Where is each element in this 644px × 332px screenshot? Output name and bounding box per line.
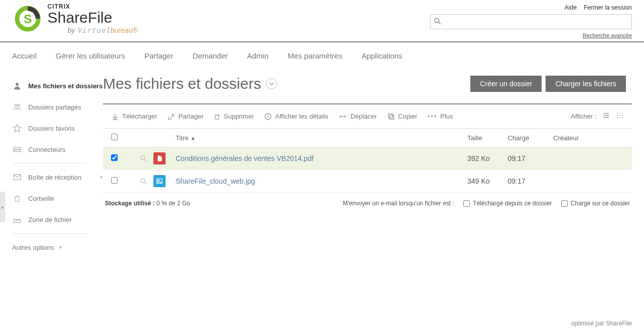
nav-settings[interactable]: Mes paramètres [288, 51, 342, 60]
sort-asc-icon: ▲ [191, 135, 196, 141]
svg-line-17 [171, 115, 174, 118]
logout-link[interactable]: Fermer la session [584, 4, 632, 11]
action-download[interactable]: Télécharger [111, 113, 157, 121]
notify-upload-checkbox[interactable] [561, 200, 568, 207]
preview-icon[interactable] [133, 177, 153, 185]
sidebar-item-trash[interactable]: Corbeille [12, 188, 103, 209]
preview-icon[interactable] [133, 154, 153, 162]
drive-icon [12, 145, 22, 154]
notify-label: M'envoyer un e-mail lorsqu'un fichier es… [343, 200, 454, 207]
nav-request[interactable]: Demander [192, 51, 228, 60]
table-row[interactable]: Conditions générales de ventes VB2014.pd… [103, 147, 632, 170]
action-delete[interactable]: Supprimer [213, 113, 254, 121]
action-copy[interactable]: Copier [387, 113, 417, 121]
notify-download-checkbox[interactable] [463, 200, 470, 207]
col-header-size[interactable]: Taille [467, 134, 508, 142]
svg-point-38 [141, 156, 145, 160]
advanced-search-link[interactable]: Recherche avancée [582, 32, 632, 38]
person-icon [12, 81, 22, 90]
action-share[interactable]: Partager [167, 113, 203, 121]
svg-point-29 [617, 113, 618, 114]
file-name[interactable]: ShareFile_cloud_web.jpg [176, 177, 467, 185]
svg-point-31 [621, 113, 623, 114]
star-icon [12, 124, 22, 133]
file-uploaded: 09:17 [508, 154, 553, 162]
title-dropdown-icon[interactable] [266, 78, 277, 89]
nav-share[interactable]: Partager [144, 51, 174, 60]
chevron-down-icon: ▾ [59, 244, 62, 251]
sidebar-item-favorites[interactable]: Dossiers favoris [12, 118, 103, 139]
svg-text:S: S [24, 12, 32, 26]
svg-point-37 [621, 117, 623, 119]
file-size: 349 Ko [467, 177, 508, 185]
svg-point-30 [619, 113, 621, 114]
sidebar-item-my-files[interactable]: Mes fichiers et dossiers [12, 75, 103, 96]
svg-rect-25 [388, 114, 392, 118]
table-header: Titre ▲ Taille Chargé Créateur [103, 129, 632, 147]
search-input[interactable] [430, 14, 632, 29]
svg-point-6 [18, 104, 20, 107]
sidebar-collapse-handle[interactable]: ▸ [0, 192, 5, 222]
nav-users[interactable]: Gérer les utilisateurs [56, 51, 125, 60]
sidebar-separator [12, 163, 88, 163]
notify-upload-option[interactable]: Chargé sur ce dossier [561, 200, 630, 207]
col-header-title[interactable]: Titre ▲ [176, 134, 467, 142]
trash-icon [12, 194, 22, 203]
create-folder-button[interactable]: Créer un dossier [470, 76, 542, 92]
svg-marker-7 [14, 125, 21, 132]
svg-rect-42 [157, 179, 163, 183]
action-details[interactable]: Afficher les détails [264, 113, 328, 121]
svg-line-3 [439, 22, 441, 24]
sidebar-item-inbox[interactable]: Boîte de réception ▾ [12, 167, 103, 188]
svg-point-33 [619, 115, 621, 117]
sharefile-logo-icon: S [12, 3, 43, 34]
image-file-icon [153, 175, 166, 187]
col-header-creator[interactable]: Créateur [553, 134, 624, 142]
storage-used: Stockage utilisé : 0 % de 2 Go [105, 200, 190, 207]
main-nav: Accueil Gérer les utilisateurs Partager … [0, 42, 644, 67]
help-link[interactable]: Aide [565, 4, 577, 11]
upload-files-button[interactable]: Charger les fichiers [546, 76, 626, 92]
mail-icon [12, 173, 22, 182]
header-bar: S CITRIX ShareFile by Virtuelbureau® Aid… [0, 0, 644, 42]
table-row[interactable]: ShareFile_cloud_web.jpg 349 Ko 09:17 [103, 170, 632, 193]
nav-accueil[interactable]: Accueil [12, 51, 36, 60]
display-label: Afficher : [571, 113, 597, 120]
svg-point-2 [435, 18, 439, 23]
logo-block: S CITRIX ShareFile by Virtuelbureau® [12, 3, 138, 34]
svg-point-4 [16, 83, 19, 86]
nav-admin[interactable]: Admin [247, 51, 269, 60]
svg-point-36 [619, 117, 621, 119]
file-name[interactable]: Conditions générales de ventes VB2014.pd… [176, 154, 467, 162]
row-checkbox[interactable] [111, 177, 118, 184]
footer-row: Stockage utilisé : 0 % de 2 Go M'envoyer… [103, 193, 632, 214]
sidebar-item-shared[interactable]: Dossiers partagés [12, 96, 103, 118]
actions-bar: Télécharger Partager Supprimer Afficher … [103, 103, 632, 129]
notify-download-option[interactable]: Téléchargé depuis ce dossier [463, 200, 552, 207]
sidebar-item-connectors[interactable]: Connecteurs [12, 139, 103, 160]
view-grid-icon[interactable] [616, 112, 624, 121]
svg-point-34 [621, 115, 623, 117]
svg-rect-9 [14, 150, 21, 152]
brand-byline: by Virtuelbureau® [68, 26, 138, 34]
sidebar-item-filezone[interactable]: Zone de fichier [12, 209, 103, 230]
nav-apps[interactable]: Applications [361, 51, 402, 60]
svg-rect-8 [14, 147, 21, 149]
view-list-icon[interactable] [602, 112, 611, 121]
row-checkbox[interactable] [111, 154, 118, 161]
col-header-uploaded[interactable]: Chargé [508, 134, 553, 142]
svg-line-39 [144, 159, 146, 161]
action-move[interactable]: Déplacer [338, 113, 377, 120]
svg-point-22 [268, 115, 269, 115]
file-uploaded: 09:17 [508, 177, 553, 185]
file-table: Titre ▲ Taille Chargé Créateur Condition… [103, 129, 632, 193]
file-size: 392 Ko [467, 154, 508, 162]
svg-point-40 [141, 179, 145, 183]
sidebar-separator-2 [12, 233, 88, 234]
pdf-file-icon [153, 152, 166, 164]
content-area: Mes fichiers et dossiers Créer un dossie… [103, 75, 632, 258]
select-all-checkbox[interactable] [111, 134, 118, 140]
sidebar-other-options[interactable]: Autres options ▾ [12, 237, 103, 258]
action-more[interactable]: ••• Plus [427, 113, 453, 120]
svg-rect-11 [15, 197, 19, 201]
